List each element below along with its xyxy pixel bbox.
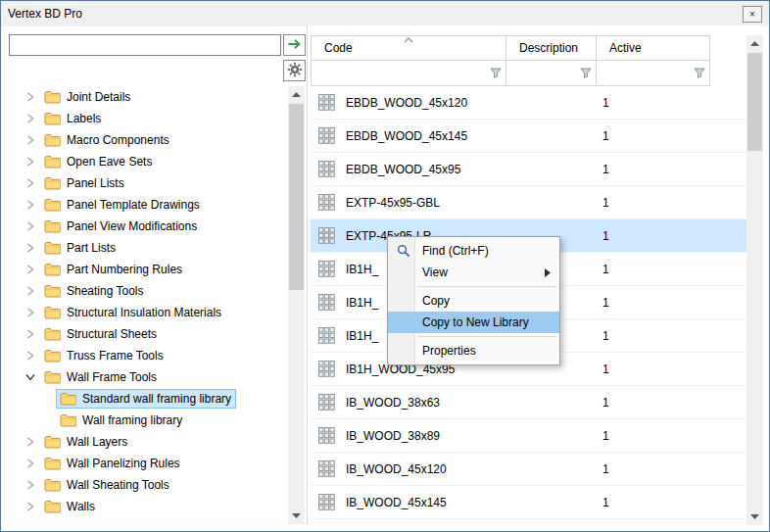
chevron-right-icon[interactable]	[23, 283, 38, 299]
menu-separator	[417, 286, 556, 287]
folder-icon	[44, 370, 61, 384]
grid-scrollbar[interactable]	[746, 35, 763, 525]
tree-item-open-eave-sets[interactable]: Open Eave Sets	[9, 151, 288, 172]
table-row[interactable]: EBDB_WOOD_45x1201	[311, 86, 747, 120]
tree-item-label: Part Lists	[67, 241, 116, 255]
row-code: IB1H_	[346, 263, 378, 276]
gear-icon	[287, 62, 303, 80]
scroll-down-button[interactable]	[288, 508, 305, 524]
table-row[interactable]: IB_WOOD_45x1451	[311, 486, 747, 519]
chevron-right-icon[interactable]	[23, 348, 38, 363]
filter-cell-active[interactable]	[597, 61, 710, 86]
close-icon: ×	[749, 9, 755, 20]
scroll-up-button[interactable]	[746, 35, 763, 52]
tree-item-sheating-tools[interactable]: Sheating Tools	[9, 280, 288, 302]
tree-item-wall-panelizing-rules[interactable]: Wall Panelizing Rules	[9, 453, 288, 474]
tree-item-wall-frame-tools[interactable]: Wall Frame Tools	[9, 366, 288, 388]
folder-icon	[44, 176, 61, 190]
chevron-right-icon[interactable]	[23, 132, 38, 148]
tree-item-panel-view-modifications[interactable]: Panel View Modifications	[9, 216, 288, 237]
search-input[interactable]	[9, 34, 281, 56]
folder-icon	[44, 263, 61, 276]
tree-node: Sheating Tools	[40, 281, 149, 301]
chevron-right-icon[interactable]	[23, 499, 38, 514]
chevron-right-icon[interactable]	[23, 434, 38, 450]
tree-item-part-lists[interactable]: Part Lists	[9, 237, 288, 259]
tree-item-macro-components[interactable]: Macro Components	[9, 129, 288, 151]
scroll-thumb[interactable]	[289, 104, 304, 290]
chevron-right-icon[interactable]	[23, 197, 38, 213]
tree-item-panel-lists[interactable]: Panel Lists	[9, 172, 288, 194]
column-header-code[interactable]: Code	[311, 35, 506, 61]
folder-tree: Joint DetailsLabelsMacro ComponentsOpen …	[9, 86, 288, 524]
search-go-button[interactable]	[283, 34, 306, 56]
menu-item-find-ctrl-f[interactable]: Find (Ctrl+F)	[388, 240, 559, 262]
table-row[interactable]: EXTP-45x95-GBL1	[311, 186, 747, 219]
tree-item-wall-framing-library[interactable]: Wall framing library	[9, 410, 288, 431]
tree-item-structural-insulation-materials[interactable]: Structural Insulation Materials	[9, 302, 288, 323]
menu-item-label: Find (Ctrl+F)	[422, 244, 489, 258]
tree-item-wall-layers[interactable]: Wall Layers	[9, 431, 288, 453]
tree-item-label: Panel Lists	[67, 176, 124, 190]
tree-scrollbar[interactable]	[288, 86, 305, 524]
tree-item-label: Structural Sheets	[67, 327, 157, 341]
row-code: EBDB_WOOD_45x145	[346, 129, 467, 143]
chevron-right-icon[interactable]	[23, 154, 38, 169]
table-row[interactable]: IB_WOOD_38x631	[311, 386, 747, 419]
chevron-right-icon[interactable]	[23, 89, 38, 105]
tree-item-structural-sheets[interactable]: Structural Sheets	[9, 323, 288, 345]
tree-item-label: Panel Template Drawings	[67, 198, 200, 212]
chevron-right-icon[interactable]	[23, 175, 38, 191]
panel-icon	[318, 94, 336, 111]
table-row[interactable]: EBDB_WOOD_45x1451	[311, 120, 747, 153]
filter-cell-code[interactable]	[311, 61, 506, 86]
tree-item-truss-frame-tools[interactable]: Truss Frame Tools	[9, 345, 288, 366]
row-active: 1	[602, 363, 609, 376]
settings-button[interactable]	[283, 60, 306, 81]
tree-item-label: Wall Frame Tools	[67, 370, 157, 384]
tree-item-labels[interactable]: Labels	[9, 108, 288, 129]
panel-icon	[318, 394, 336, 411]
filter-icon[interactable]	[580, 68, 592, 78]
column-header-description[interactable]: Description	[506, 35, 597, 61]
chevron-right-icon[interactable]	[23, 218, 38, 234]
chevron-right-icon[interactable]	[23, 240, 38, 256]
chevron-right-icon[interactable]	[23, 477, 38, 493]
menu-item-view[interactable]: View	[388, 262, 559, 283]
chevron-right-icon[interactable]	[23, 262, 38, 277]
folder-icon	[44, 112, 61, 125]
chevron-down-icon[interactable]	[23, 369, 38, 385]
chevron-right-icon[interactable]	[23, 305, 38, 320]
column-header-active[interactable]: Active	[597, 35, 710, 61]
tree-item-wall-sheating-tools[interactable]: Wall Sheating Tools	[9, 474, 288, 496]
chevron-right-icon[interactable]	[23, 111, 38, 126]
menu-item-properties[interactable]: Properties	[388, 340, 559, 362]
tree-node: Truss Frame Tools	[40, 346, 168, 365]
tree-node: Panel Lists	[40, 173, 129, 193]
tree-item-walls[interactable]: Walls	[9, 496, 288, 517]
table-row[interactable]: IB_WOOD_45x1201	[311, 453, 747, 486]
tree-item-joint-details[interactable]: Joint Details	[9, 86, 288, 108]
tree-item-part-numbering-rules[interactable]: Part Numbering Rules	[9, 259, 288, 280]
menu-item-copy[interactable]: Copy	[388, 290, 559, 312]
panel-icon	[318, 361, 336, 377]
chevron-right-icon[interactable]	[23, 326, 38, 342]
menu-item-label: Copy to New Library	[422, 315, 529, 329]
filter-icon[interactable]	[490, 68, 502, 78]
scroll-up-button[interactable]	[288, 86, 305, 103]
row-active: 1	[602, 396, 609, 410]
table-row[interactable]: EBDB_WOOD_45x951	[311, 153, 747, 186]
table-row[interactable]: IB_WOOD_38x891	[311, 419, 747, 453]
filter-icon[interactable]	[694, 68, 705, 78]
filter-cell-description[interactable]	[506, 61, 597, 86]
tree-item-standard-wall-framing-library[interactable]: Standard wall framing library	[9, 388, 288, 410]
scroll-down-button[interactable]	[746, 508, 763, 525]
panel-icon	[318, 127, 336, 144]
tree-item-label: Sheating Tools	[67, 284, 144, 298]
chevron-right-icon[interactable]	[23, 456, 38, 471]
close-button[interactable]: ×	[743, 6, 762, 23]
tree-item-panel-template-drawings[interactable]: Panel Template Drawings	[9, 194, 288, 216]
scroll-thumb[interactable]	[747, 53, 762, 151]
chevron-placeholder	[38, 391, 54, 407]
menu-item-copy-to-new-library[interactable]: Copy to New Library	[388, 312, 559, 333]
